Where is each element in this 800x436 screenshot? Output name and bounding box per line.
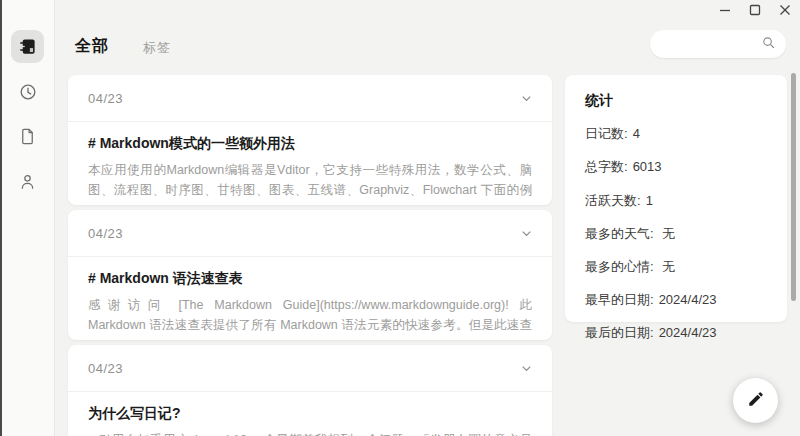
stat-value: 2024/4/23 bbox=[659, 325, 717, 340]
search-input[interactable] bbox=[650, 37, 761, 51]
entry-title: # Markdown 语法速查表 bbox=[88, 270, 532, 288]
entry-body: 为什么写日记? > 引用自知乎用户chun-zi-12 一个星期前我想到一个问题… bbox=[68, 392, 552, 436]
stat-label: 最早的日期: bbox=[585, 292, 654, 307]
app-window: 全部 标签 04/23 # Markdown模式的一些额外用法 本应用使用的Ma… bbox=[0, 0, 800, 436]
entry-header: 04/23 bbox=[68, 210, 552, 257]
stat-active-days: 活跃天数:1 bbox=[585, 192, 767, 210]
window-left-edge bbox=[0, 0, 2, 436]
document-icon bbox=[18, 127, 37, 146]
stat-earliest-date: 最早的日期:2024/4/23 bbox=[585, 291, 767, 309]
stat-top-mood: 最多的心情: 无 bbox=[585, 258, 767, 276]
sidebar-item-history[interactable] bbox=[11, 75, 44, 108]
tab-all[interactable]: 全部 bbox=[75, 36, 109, 57]
entry-header: 04/23 bbox=[68, 75, 552, 122]
minimize-icon bbox=[719, 2, 731, 20]
stat-label: 最多的心情: bbox=[585, 259, 654, 274]
chevron-down-icon[interactable] bbox=[519, 361, 534, 376]
entry-title: 为什么写日记? bbox=[88, 405, 532, 423]
titlebar bbox=[710, 0, 800, 22]
entry-body: # Markdown模式的一些额外用法 本应用使用的Markdown编辑器是Vd… bbox=[68, 122, 552, 201]
maximize-button[interactable] bbox=[740, 0, 770, 22]
minimize-button[interactable] bbox=[710, 0, 740, 22]
stat-top-weather: 最多的天气: 无 bbox=[585, 225, 767, 243]
stat-value: 6013 bbox=[633, 159, 662, 174]
stat-word-count: 总字数:6013 bbox=[585, 158, 767, 176]
stat-diary-count: 日记数:4 bbox=[585, 125, 767, 143]
stat-latest-date: 最后的日期:2024/4/23 bbox=[585, 324, 767, 342]
chevron-down-icon[interactable] bbox=[519, 91, 534, 106]
stat-label: 总字数: bbox=[585, 159, 628, 174]
sidebar bbox=[0, 0, 55, 436]
entry-date: 04/23 bbox=[88, 226, 123, 241]
entry-date: 04/23 bbox=[88, 361, 123, 376]
sidebar-item-documents[interactable] bbox=[11, 120, 44, 153]
stat-value: 无 bbox=[659, 226, 676, 241]
stat-value: 2024/4/23 bbox=[659, 292, 717, 307]
stat-label: 最多的天气: bbox=[585, 226, 654, 241]
close-button[interactable] bbox=[770, 0, 800, 22]
clock-icon bbox=[18, 82, 38, 102]
diary-entry-card[interactable]: 04/23 # Markdown 语法速查表 感谢访问 [The Markdow… bbox=[68, 210, 552, 340]
new-entry-button[interactable] bbox=[733, 378, 778, 423]
close-icon bbox=[779, 2, 791, 20]
journal-book-icon bbox=[18, 37, 37, 56]
entry-header: 04/23 bbox=[68, 345, 552, 392]
scrollbar-thumb[interactable] bbox=[791, 73, 796, 301]
tab-tags[interactable]: 标签 bbox=[143, 39, 171, 57]
pencil-icon bbox=[747, 390, 765, 412]
search-icon bbox=[761, 35, 776, 54]
stat-label: 日记数: bbox=[585, 126, 628, 141]
stat-value: 无 bbox=[659, 259, 676, 274]
entry-date: 04/23 bbox=[88, 91, 123, 106]
entry-preview: > 引用自知乎用户chun-zi-12 一个星期前我想到一个问题：「发朋友圈的意… bbox=[88, 431, 532, 436]
chevron-down-icon[interactable] bbox=[519, 226, 534, 241]
statistics-panel: 统计 日记数:4 总字数:6013 活跃天数:1 最多的天气: 无 最多的心情:… bbox=[565, 75, 787, 322]
diary-entry-card[interactable]: 04/23 为什么写日记? > 引用自知乎用户chun-zi-12 一个星期前我… bbox=[68, 345, 552, 436]
statistics-title: 统计 bbox=[585, 92, 767, 110]
diary-entry-card[interactable]: 04/23 # Markdown模式的一些额外用法 本应用使用的Markdown… bbox=[68, 75, 552, 205]
entry-preview: 本应用使用的Markdown编辑器是Vditor，它支持一些特殊用法，数学公式、… bbox=[88, 161, 532, 201]
search-box[interactable] bbox=[650, 30, 786, 58]
person-icon bbox=[18, 172, 37, 191]
stat-value: 4 bbox=[633, 126, 640, 141]
sidebar-item-journal[interactable] bbox=[11, 30, 44, 63]
entry-body: # Markdown 语法速查表 感谢访问 [The Markdown Guid… bbox=[68, 257, 552, 336]
stat-label: 最后的日期: bbox=[585, 325, 654, 340]
sidebar-item-profile[interactable] bbox=[11, 165, 44, 198]
maximize-icon bbox=[749, 2, 761, 20]
stat-value: 1 bbox=[646, 193, 653, 208]
entry-preview: 感谢访问 [The Markdown Guide](https://www.ma… bbox=[88, 296, 532, 336]
entry-title: # Markdown模式的一些额外用法 bbox=[88, 135, 532, 153]
stat-label: 活跃天数: bbox=[585, 193, 641, 208]
